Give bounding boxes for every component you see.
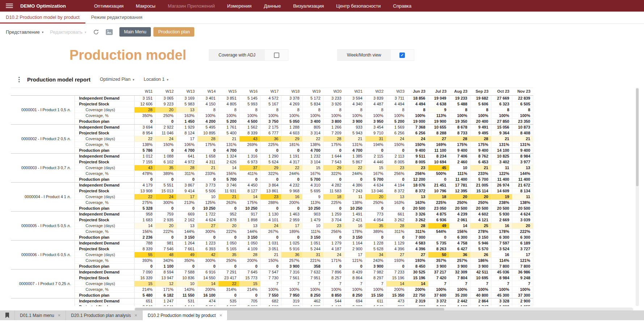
data-cell[interactable]: 8 124 <box>176 130 197 136</box>
data-cell[interactable]: 5 916 <box>281 246 302 252</box>
data-cell[interactable]: 19 350 <box>449 119 470 125</box>
data-cell[interactable]: 36 <box>260 136 281 142</box>
data-cell[interactable]: 21 672 <box>512 183 533 188</box>
data-cell[interactable]: 100% <box>197 113 218 119</box>
data-cell[interactable]: 144% <box>239 229 260 235</box>
data-cell[interactable]: 11 400 <box>491 177 512 183</box>
data-cell[interactable]: 11 046 <box>155 130 176 136</box>
data-cell[interactable]: 42 511 <box>470 269 491 275</box>
data-cell[interactable]: 200% <box>197 287 218 293</box>
data-cell[interactable]: 171% <box>323 258 344 264</box>
data-cell[interactable]: 45 300 <box>491 293 512 298</box>
data-cell[interactable]: 15 <box>134 281 155 287</box>
data-cell[interactable]: 27 <box>407 252 428 258</box>
row-label-cell[interactable]: Projected Stock <box>75 246 134 252</box>
data-cell[interactable]: 4 634 <box>365 183 386 188</box>
data-cell[interactable]: 8 263 <box>428 246 449 252</box>
data-cell[interactable]: 2 421 <box>344 217 365 223</box>
row-label-cell[interactable]: Production plan <box>75 264 134 269</box>
data-cell[interactable]: 250% <box>155 113 176 119</box>
data-cell[interactable]: 1 683 <box>134 217 155 223</box>
data-cell[interactable]: 106% <box>176 142 197 148</box>
data-cell[interactable]: 474 <box>197 298 218 304</box>
data-cell[interactable]: 6 300 <box>512 235 533 241</box>
data-cell[interactable]: 8 <box>281 107 302 113</box>
data-cell[interactable]: 4 638 <box>428 101 449 107</box>
data-cell[interactable]: 4 194 <box>386 183 407 188</box>
data-cell[interactable]: 8 257 <box>323 275 344 281</box>
data-cell[interactable]: 1 051 <box>302 241 323 246</box>
data-cell[interactable]: 100% <box>302 287 323 293</box>
data-cell[interactable]: 14 550 <box>197 275 218 281</box>
sheet-tab[interactable]: D01.1 Main menu× <box>14 310 66 320</box>
data-cell[interactable]: 175% <box>323 142 344 148</box>
data-cell[interactable]: 28 <box>323 136 344 142</box>
data-cell[interactable]: 6 973 <box>239 159 260 165</box>
data-cell[interactable]: 1 747 <box>470 304 491 306</box>
data-cell[interactable]: 6 936 <box>428 217 449 223</box>
data-cell[interactable]: 163% <box>176 113 197 119</box>
data-cell[interactable]: 100% <box>344 287 365 293</box>
data-cell[interactable]: 3 262 <box>407 217 428 223</box>
data-cell[interactable]: 49 <box>428 223 449 229</box>
data-cell[interactable]: 100% <box>512 287 533 293</box>
data-cell[interactable]: 1 228 <box>365 241 386 246</box>
data-cell[interactable]: 7 000 <box>407 235 428 241</box>
data-cell[interactable]: 1 130 <box>260 212 281 217</box>
data-cell[interactable]: 3 372 <box>428 298 449 304</box>
data-cell[interactable]: 22 <box>134 194 155 200</box>
data-cell[interactable]: 2 922 <box>155 125 176 130</box>
data-cell[interactable]: 36 986 <box>512 269 533 275</box>
data-cell[interactable]: 0 <box>239 148 260 154</box>
data-cell[interactable]: 9 400 <box>512 148 533 154</box>
data-cell[interactable]: 37 <box>239 165 260 171</box>
data-cell[interactable]: 8 250 <box>302 293 323 298</box>
data-cell[interactable]: 1 232 <box>302 154 323 159</box>
data-cell[interactable]: 357% <box>428 258 449 264</box>
data-cell[interactable]: 35 200 <box>449 293 470 298</box>
data-cell[interactable]: 11 583 <box>323 188 344 194</box>
data-cell[interactable]: 8 408 <box>512 130 533 136</box>
data-cell[interactable]: 880 <box>386 304 407 306</box>
data-cell[interactable]: 350% <box>134 113 155 119</box>
data-cell[interactable]: 15 <box>365 165 386 171</box>
data-cell[interactable]: 269% <box>239 142 260 148</box>
data-cell[interactable]: 17 <box>281 223 302 229</box>
data-cell[interactable]: 200% <box>239 258 260 264</box>
data-cell[interactable]: 13 <box>176 223 197 229</box>
data-cell[interactable]: 5 943 <box>344 130 365 136</box>
data-cell[interactable]: 23 <box>260 194 281 200</box>
data-cell[interactable]: 138% <box>302 142 323 148</box>
data-cell[interactable]: 21 <box>218 136 239 142</box>
data-cell[interactable]: 917 <box>239 212 260 217</box>
data-cell[interactable]: 5 328 <box>134 206 155 212</box>
data-cell[interactable]: 7 <box>512 281 533 287</box>
data-cell[interactable]: 28 <box>407 223 428 229</box>
data-cell[interactable]: 20 500 <box>470 206 491 212</box>
data-cell[interactable]: 17 <box>344 252 365 258</box>
data-cell[interactable]: 22 <box>344 165 365 171</box>
data-cell[interactable]: 194% <box>365 142 386 148</box>
data-cell[interactable]: 2 386 <box>239 304 260 306</box>
data-cell[interactable]: 4 602 <box>470 212 491 217</box>
data-cell[interactable]: 18 076 <box>407 183 428 188</box>
data-cell[interactable]: 16 100 <box>197 293 218 298</box>
row-label-cell[interactable]: Projected Stock <box>75 304 134 306</box>
row-label-cell[interactable]: Coverage (days) <box>75 281 134 287</box>
data-cell[interactable]: 20 500 <box>449 206 470 212</box>
data-cell[interactable]: 9 495 <box>470 130 491 136</box>
data-cell[interactable]: 1 088 <box>155 154 176 159</box>
data-cell[interactable]: 37 300 <box>512 293 533 298</box>
data-cell[interactable]: 1 100 <box>155 264 176 269</box>
data-cell[interactable]: 193% <box>407 258 428 264</box>
data-cell[interactable]: 3 900 <box>365 264 386 269</box>
data-cell[interactable]: 3 977 <box>512 159 533 165</box>
data-cell[interactable]: 8 127 <box>239 188 260 194</box>
data-cell[interactable]: 4 487 <box>365 101 386 107</box>
data-cell[interactable]: 15 013 <box>155 188 176 194</box>
data-cell[interactable]: 113% <box>428 113 449 119</box>
data-cell[interactable]: 100% <box>470 113 491 119</box>
data-cell[interactable]: 8 <box>407 107 428 113</box>
data-cell[interactable]: 13 <box>407 194 428 200</box>
data-cell[interactable]: 23 050 <box>428 206 449 212</box>
